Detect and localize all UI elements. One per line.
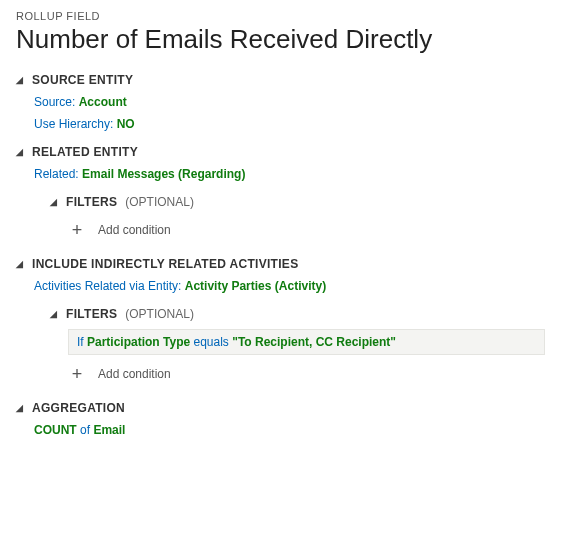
related-row[interactable]: Related: Email Messages (Regarding)	[34, 167, 545, 181]
hierarchy-label: Use Hierarchy:	[34, 117, 113, 131]
paren-close: )	[322, 279, 326, 293]
related-field: Regarding	[182, 167, 241, 181]
breadcrumb: ROLLUP FIELD	[16, 10, 545, 22]
filters-optional: (OPTIONAL)	[125, 195, 194, 209]
condition-field: Participation Type	[87, 335, 190, 349]
hierarchy-row[interactable]: Use Hierarchy: NO	[34, 117, 545, 131]
chevron-down-icon: ◢	[50, 310, 60, 319]
via-field: Activity	[279, 279, 322, 293]
paren-close: )	[241, 167, 245, 181]
via-entity-row[interactable]: Activities Related via Entity: Activity …	[34, 279, 545, 293]
source-label: Source:	[34, 95, 75, 109]
section-indirect-filters: ◢ FILTERS (OPTIONAL) If Participation Ty…	[34, 307, 545, 387]
page-title: Number of Emails Received Directly	[16, 24, 545, 55]
filters-optional: (OPTIONAL)	[125, 307, 194, 321]
hierarchy-value: NO	[117, 117, 135, 131]
chevron-down-icon: ◢	[16, 148, 26, 157]
plus-icon: +	[70, 365, 84, 383]
section-title: AGGREGATION	[32, 401, 125, 415]
section-title: RELATED ENTITY	[32, 145, 138, 159]
section-indirect-activities: ◢ INCLUDE INDIRECTLY RELATED ACTIVITIES …	[16, 257, 545, 387]
aggregation-row[interactable]: COUNT of Email	[34, 423, 545, 437]
section-header-related[interactable]: ◢ RELATED ENTITY	[16, 145, 545, 159]
plus-icon: +	[70, 221, 84, 239]
source-row[interactable]: Source: Account	[34, 95, 545, 109]
related-entity: Email Messages	[82, 167, 175, 181]
add-condition-button[interactable]: + Add condition	[68, 361, 545, 387]
section-title: SOURCE ENTITY	[32, 73, 133, 87]
section-aggregation: ◢ AGGREGATION COUNT of Email	[16, 401, 545, 437]
section-related-filters: ◢ FILTERS (OPTIONAL) + Add condition	[34, 195, 545, 243]
section-header-source[interactable]: ◢ SOURCE ENTITY	[16, 73, 545, 87]
section-header-indirect[interactable]: ◢ INCLUDE INDIRECTLY RELATED ACTIVITIES	[16, 257, 545, 271]
add-condition-label: Add condition	[98, 223, 171, 237]
condition-value: "To Recipient, CC Recipient"	[232, 335, 396, 349]
section-header-indirect-filters[interactable]: ◢ FILTERS (OPTIONAL)	[50, 307, 545, 321]
chevron-down-icon: ◢	[16, 260, 26, 269]
via-label: Activities Related via Entity:	[34, 279, 181, 293]
aggregation-of: of	[80, 423, 90, 437]
section-header-related-filters[interactable]: ◢ FILTERS (OPTIONAL)	[50, 195, 545, 209]
condition-operator: equals	[194, 335, 229, 349]
section-related-entity: ◢ RELATED ENTITY Related: Email Messages…	[16, 145, 545, 243]
related-label: Related:	[34, 167, 79, 181]
condition-if: If	[77, 335, 84, 349]
add-condition-label: Add condition	[98, 367, 171, 381]
section-header-aggregation[interactable]: ◢ AGGREGATION	[16, 401, 545, 415]
source-value: Account	[79, 95, 127, 109]
via-entity: Activity Parties	[185, 279, 272, 293]
aggregation-function: COUNT	[34, 423, 77, 437]
filters-title: FILTERS	[66, 307, 117, 321]
section-title: INCLUDE INDIRECTLY RELATED ACTIVITIES	[32, 257, 298, 271]
section-source-entity: ◢ SOURCE ENTITY Source: Account Use Hier…	[16, 73, 545, 131]
chevron-down-icon: ◢	[16, 404, 26, 413]
chevron-down-icon: ◢	[16, 76, 26, 85]
aggregation-field: Email	[93, 423, 125, 437]
add-condition-button[interactable]: + Add condition	[68, 217, 545, 243]
filter-condition-row[interactable]: If Participation Type equals "To Recipie…	[68, 329, 545, 355]
filters-title: FILTERS	[66, 195, 117, 209]
chevron-down-icon: ◢	[50, 198, 60, 207]
